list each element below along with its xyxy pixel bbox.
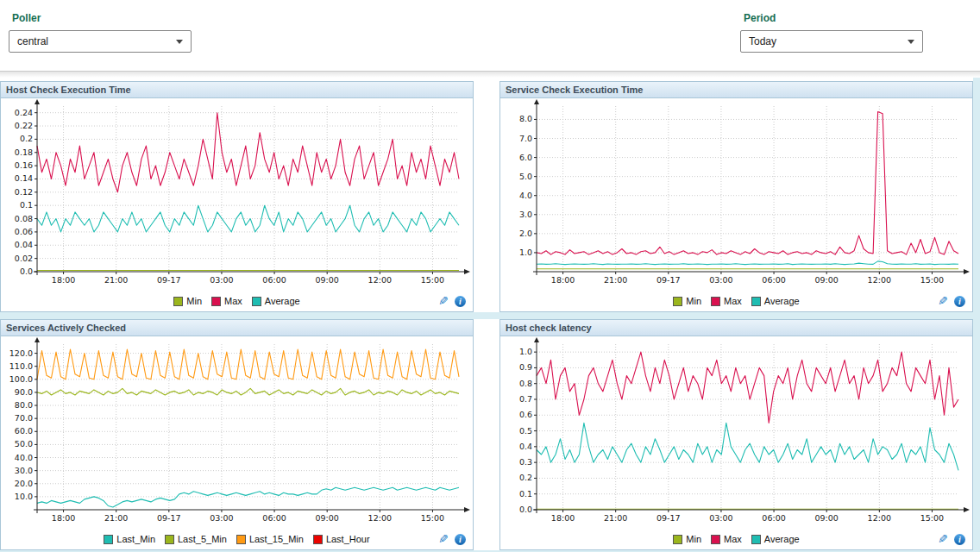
period-select[interactable]: Today [740,30,923,53]
svg-text:0.1: 0.1 [20,200,33,210]
chevron-down-icon [176,40,183,44]
info-icon[interactable]: i [954,296,965,307]
legend-item: Last_Min [104,534,155,544]
legend-item: Last_Hour [313,534,370,544]
svg-text:15:00: 15:00 [920,513,944,523]
svg-text:10.0: 10.0 [15,492,33,501]
legend-row: MinMaxAverage ✎ i [500,291,972,311]
svg-text:21:00: 21:00 [104,513,128,523]
filter-bar: Poller central Period Today [0,0,980,71]
svg-text:09-17: 09-17 [656,275,681,285]
period-select-value: Today [749,35,776,47]
svg-text:18:00: 18:00 [551,275,575,285]
panel-title: Host Check Execution Time [1,82,473,98]
svg-text:0.5: 0.5 [519,426,532,436]
legend-row: MinMaxAverage ✎ i [1,291,473,311]
svg-text:09:00: 09:00 [315,275,338,285]
edit-graph-icon[interactable]: ✎ [438,533,449,545]
svg-text:09-17: 09-17 [157,513,181,523]
edit-graph-icon[interactable]: ✎ [938,533,948,545]
panel-title: Services Actively Checked [1,320,473,336]
chart-service-check-execution-time: 1.02.03.04.05.06.07.08.018:0021:0009-170… [500,98,972,291]
svg-text:06:00: 06:00 [762,275,785,285]
svg-text:0.1: 0.1 [519,489,532,499]
poller-control: Poller central [9,10,192,53]
svg-text:15:00: 15:00 [920,275,944,285]
chart-legend: Last_MinLast_5_MinLast_15_MinLast_Hour [1,529,473,549]
chevron-down-icon [908,40,914,44]
legend-row: Last_MinLast_5_MinLast_15_MinLast_Hour ✎… [1,529,473,549]
svg-text:0.8: 0.8 [519,379,532,388]
svg-text:0.0: 0.0 [519,505,532,514]
svg-text:6.0: 6.0 [519,153,532,162]
svg-text:21:00: 21:00 [104,275,128,285]
legend-swatch [711,297,720,306]
svg-text:18:00: 18:00 [551,513,575,523]
legend-item: Max [711,534,742,544]
edit-graph-icon[interactable]: ✎ [938,295,948,307]
legend-swatch [673,297,682,306]
period-control: Period Today [740,10,923,53]
svg-text:90.0: 90.0 [15,387,33,397]
chart-legend: MinMaxAverage [500,529,972,549]
svg-text:5.0: 5.0 [519,172,532,181]
svg-text:0.14: 0.14 [15,173,33,183]
svg-text:0.2: 0.2 [20,134,33,143]
svg-text:120.0: 120.0 [9,348,33,358]
legend-swatch [751,297,761,306]
svg-text:100.0: 100.0 [9,374,33,384]
panel-icons: ✎ i [938,293,965,309]
legend-item: Last_15_Min [236,534,304,544]
svg-text:12:00: 12:00 [868,275,891,285]
svg-text:0.6: 0.6 [519,410,532,419]
svg-text:0.06: 0.06 [15,227,33,236]
legend-label: Min [186,296,202,306]
legend-item: Max [711,296,742,306]
legend-label: Max [224,296,242,306]
svg-text:0.9: 0.9 [519,362,532,372]
edit-graph-icon[interactable]: ✎ [438,295,449,307]
legend-label: Min [686,296,701,306]
panel-host-check-latency: Host check latency 0.00.10.20.30.40.50.6… [499,319,973,550]
legend-swatch [313,535,323,544]
legend-item: Min [673,296,701,306]
svg-text:06:00: 06:00 [762,513,785,523]
panel-icons: ✎ i [438,293,466,309]
legend-item: Last_5_Min [165,534,227,544]
chart-host-check-latency: 0.00.10.20.30.40.50.60.70.80.91.018:0021… [500,336,972,529]
poller-select[interactable]: central [9,30,192,53]
svg-text:09:00: 09:00 [814,513,838,523]
info-icon[interactable]: i [455,534,466,545]
poller-label: Poller [12,12,192,24]
info-icon[interactable]: i [455,296,466,307]
svg-text:1.0: 1.0 [519,248,532,257]
panel-services-actively-checked: Services Actively Checked 10.020.030.040… [0,319,474,550]
svg-text:3.0: 3.0 [519,210,532,219]
panel-title: Service Check Execution Time [500,82,972,98]
svg-text:60.0: 60.0 [15,426,33,436]
period-label: Period [744,12,923,24]
svg-text:06:00: 06:00 [262,275,286,285]
svg-text:2.0: 2.0 [519,229,532,238]
poller-select-value: central [17,35,48,47]
legend-swatch [165,535,174,544]
legend-swatch [211,297,221,306]
svg-text:03:00: 03:00 [709,513,732,523]
svg-text:21:00: 21:00 [604,275,627,285]
section-divider [0,71,980,78]
legend-label: Last_5_Min [178,534,227,544]
svg-text:06:00: 06:00 [262,513,286,523]
svg-text:03:00: 03:00 [210,513,233,523]
panel-host-check-execution-time: Host Check Execution Time 0.00.020.040.0… [0,81,474,312]
legend-swatch [173,297,183,306]
svg-text:0.0: 0.0 [20,267,33,276]
svg-text:80.0: 80.0 [15,400,33,410]
legend-item: Average [751,534,800,544]
legend-item: Min [173,296,202,306]
info-icon[interactable]: i [954,534,965,545]
svg-text:50.0: 50.0 [15,439,33,448]
svg-text:09-17: 09-17 [656,513,681,523]
legend-item: Average [751,296,800,306]
svg-text:4.0: 4.0 [519,191,532,200]
svg-text:03:00: 03:00 [709,275,732,285]
